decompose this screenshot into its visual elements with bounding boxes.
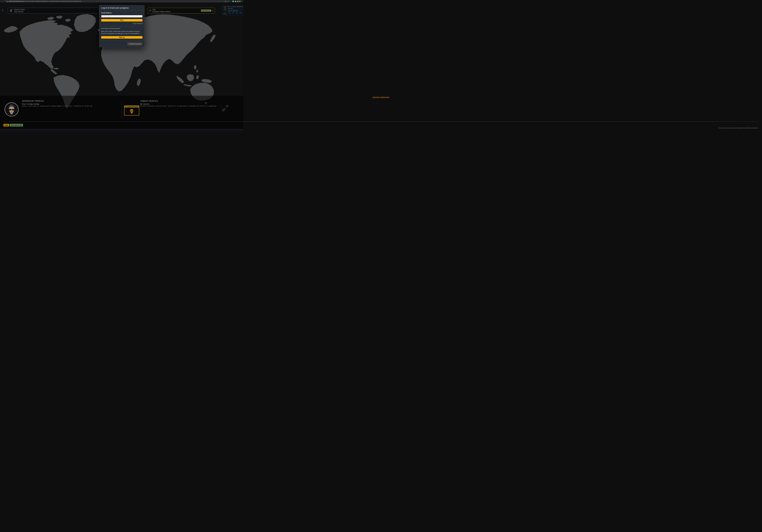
bookmark-star-icon[interactable]: ☆ [228,1,229,2]
share-icon[interactable] [225,0,226,3]
profile-avatar[interactable]: C [239,1,241,2]
challenge-vulnerability: SQL injection [14,11,25,13]
lightbulb-icon [232,11,234,14]
footer-divider [3,121,243,122]
remembered-badge: REMEMBERED [201,10,211,12]
language-selector[interactable]: Java Enterprise Edition (Basic) REMEMBER… [147,8,215,13]
adversary-avatar [5,103,19,116]
extensions-puzzle-icon[interactable] [235,0,236,3]
no-account-heading: Don't have an SCW account? [101,28,142,29]
map-zoom-out-button[interactable]: − [2,10,3,12]
language-framework: Enterprise Edition (Basic) [152,11,170,13]
signup-button[interactable]: Sign up [101,36,142,38]
email-input[interactable] [101,15,142,18]
accuracy-progress-bar [228,9,242,10]
adversary-heading: ADVERSARY PROFILE [22,100,107,102]
modal-footer: Continue as guest [99,40,144,47]
footer-strip-bottom [0,130,243,130]
challenge-info-box: Injection Flaws SQL injection [8,8,99,13]
enter-game-mode-button[interactable]: Enter game mode [10,124,23,126]
adversary-description: Subject is well-known for targeting worl… [22,105,107,107]
accuracy-label: Accuracy [228,8,233,9]
continue-as-guest-button[interactable]: Continue as guest [127,42,143,45]
next-button[interactable]: Next [101,19,142,22]
points-value: 0 [222,12,228,13]
trophy-icon [239,11,242,14]
graduation-cap-icon [228,11,231,14]
menu-dots-icon[interactable]: ⋮ [241,1,243,2]
map-zoom-in-button[interactable]: + [2,9,3,10]
threat-browser-skull-icon [124,106,139,115]
skull-icon [130,109,134,114]
grammarly-extension-icon[interactable]: G [232,1,234,2]
level-label: Level [222,6,228,7]
modal-title: Log in to track your progress [101,7,142,9]
language-name: Java [152,9,170,11]
tools-icon [236,11,238,14]
url-text: portal.securecodewarrior.com/?utm_source… [9,1,81,2]
modal-divider [99,26,144,26]
java-cup-icon [149,9,151,13]
threat-subtitle: SQL injection [140,103,226,105]
tab-search-icon[interactable] [237,0,238,3]
back-icon[interactable]: ← [1,0,3,2]
lock-icon[interactable] [7,0,8,3]
url-bar[interactable]: portal.securecodewarrior.com/?utm_source… [6,0,230,2]
threat-description: The IDS has detected a security threat. … [140,105,226,107]
player-stats-panel: Level 0 0 Points Most Critical Weaknesse… [222,6,243,15]
level-tick [225,7,225,8]
login-modal: Log in to track your progress Email Addr… [99,5,144,47]
level-ring: 0 [223,8,227,11]
signup-text: Sign up for a free 14-day trial to track… [101,30,142,35]
adversary-alias: Alias: Firstname Lastname [22,103,107,105]
injection-syringe-icon [9,9,13,13]
level-value: 0 [223,8,227,11]
weaknesses-title: Most Critical Weaknesses [228,6,243,7]
maturity-label: Security Maturity [228,10,239,11]
challenge-category: Injection Flaws [14,9,25,11]
mission-briefing-title: MISSION BRIEFING [0,97,243,98]
forgot-password-link[interactable]: Forgot Password [101,23,142,24]
threat-profile: THREAT PROFILE SQL injection The IDS has… [140,100,226,107]
browser-toolbar: ← → portal.securecodewarrior.com/?utm_so… [0,0,243,3]
modal-header: Log in to track your progress [99,5,144,10]
threat-heading: THREAT PROFILE [140,100,226,102]
points-label: Points [222,13,228,15]
login-button[interactable]: Login [3,124,9,126]
chevron-down-icon[interactable] [212,9,214,12]
forward-icon[interactable]: → [3,0,5,2]
adversary-face-illustration [6,104,18,115]
adversary-profile: ADVERSARY PROFILE Alias: Firstname Lastn… [22,100,107,107]
email-label: Email Address [101,12,142,14]
